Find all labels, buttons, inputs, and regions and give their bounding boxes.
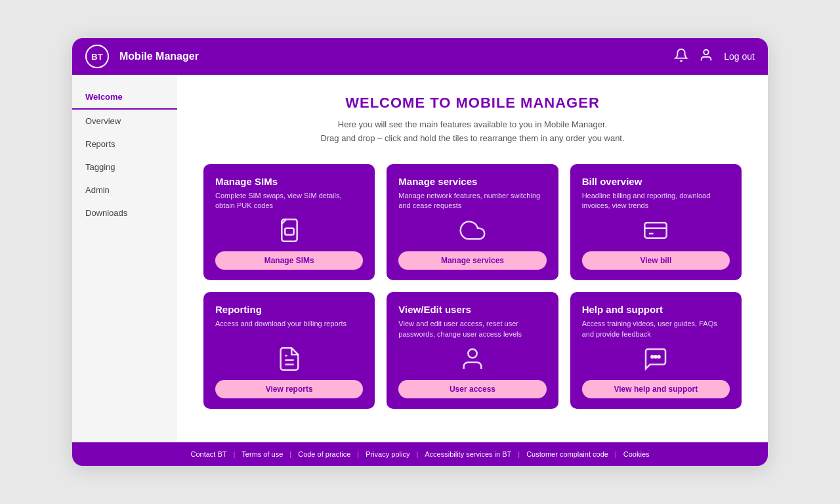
nav-icons: Log out <box>674 48 755 66</box>
sidebar-item-admin[interactable]: Admin <box>72 178 177 201</box>
card-reporting-icon-area <box>215 339 363 380</box>
main-layout: Welcome Overview Reports Tagging Admin D… <box>72 75 768 442</box>
card-manage-sims-icon-area <box>215 211 363 251</box>
card-help-support-desc: Access training videos, user guides, FAQ… <box>582 319 730 339</box>
card-view-edit-users-icon-area <box>398 339 546 380</box>
user-access-button[interactable]: User access <box>398 380 546 398</box>
view-bill-button[interactable]: View bill <box>582 251 730 270</box>
app-title: Mobile Manager <box>119 51 674 62</box>
sim-icon <box>276 217 303 243</box>
card-view-edit-users-desc: View and edit user access, reset user pa… <box>398 319 546 339</box>
cloud-icon <box>459 217 486 243</box>
page-subtitle: Here you will see the main features avai… <box>203 118 742 146</box>
svg-rect-1 <box>282 220 297 242</box>
cards-grid: Manage SIMs Complete SIM swaps, view SIM… <box>203 164 742 410</box>
page-title: WELCOME TO MOBILE MANAGER <box>203 94 742 112</box>
footer-link-accessibility[interactable]: Accessibility services in BT <box>418 450 518 458</box>
card-view-edit-users-title: View/Edit users <box>398 304 546 315</box>
user-group-icon <box>459 346 486 372</box>
logout-button[interactable]: Log out <box>724 51 755 62</box>
sidebar-item-overview[interactable]: Overview <box>72 110 177 133</box>
card-manage-sims-desc: Complete SIM swaps, view SIM details, ob… <box>215 191 363 211</box>
top-nav: BT Mobile Manager Log out <box>72 38 768 75</box>
main-content: WELCOME TO MOBILE MANAGER Here you will … <box>177 75 768 442</box>
card-reporting-desc: Access and download your billing reports <box>215 319 363 339</box>
card-manage-services-icon-area <box>398 211 546 251</box>
user-icon[interactable] <box>699 48 713 66</box>
footer: Contact BT | Terms of use | Code of prac… <box>72 442 768 466</box>
footer-link-contact-bt[interactable]: Contact BT <box>184 450 233 458</box>
chat-icon <box>642 346 669 372</box>
card-manage-sims[interactable]: Manage SIMs Complete SIM swaps, view SIM… <box>203 164 375 281</box>
card-manage-services[interactable]: Manage services Manage network features,… <box>387 164 558 281</box>
card-reporting-title: Reporting <box>215 304 363 315</box>
manage-sims-button[interactable]: Manage SIMs <box>215 251 363 270</box>
view-help-support-button[interactable]: View help and support <box>582 380 730 398</box>
view-reports-button[interactable]: View reports <box>215 380 363 398</box>
card-reporting[interactable]: Reporting Access and download your billi… <box>203 292 375 409</box>
bill-icon <box>642 217 669 243</box>
sidebar-item-downloads[interactable]: Downloads <box>72 201 177 224</box>
card-bill-overview[interactable]: Bill overview Headline billing and repor… <box>570 164 742 281</box>
footer-link-terms[interactable]: Terms of use <box>235 450 289 458</box>
sidebar-item-reports[interactable]: Reports <box>72 133 177 156</box>
svg-point-12 <box>658 356 660 358</box>
footer-link-code-of-practice[interactable]: Code of practice <box>291 450 357 458</box>
footer-link-cookies[interactable]: Cookies <box>617 450 656 458</box>
svg-point-0 <box>704 49 709 54</box>
card-manage-services-title: Manage services <box>398 176 546 187</box>
card-manage-services-desc: Manage network features, number switchin… <box>398 191 546 211</box>
svg-rect-2 <box>285 228 293 235</box>
card-help-support-icon-area <box>582 339 730 380</box>
sidebar-item-welcome[interactable]: Welcome <box>72 85 177 110</box>
svg-point-9 <box>468 349 476 358</box>
browser-frame: BT Mobile Manager Log out Welc <box>72 38 768 466</box>
bell-icon[interactable] <box>674 48 688 66</box>
sidebar-item-tagging[interactable]: Tagging <box>72 156 177 178</box>
card-help-support-title: Help and support <box>582 304 730 315</box>
card-manage-sims-title: Manage SIMs <box>215 176 363 187</box>
footer-link-privacy[interactable]: Privacy policy <box>359 450 416 458</box>
report-icon <box>276 346 303 372</box>
footer-link-complaint[interactable]: Customer complaint code <box>520 450 615 458</box>
svg-rect-3 <box>645 223 667 238</box>
card-bill-overview-desc: Headline billing and reporting, download… <box>582 191 730 211</box>
card-bill-overview-icon-area <box>582 211 730 251</box>
bt-logo: BT <box>85 45 109 68</box>
svg-point-10 <box>652 356 654 358</box>
card-view-edit-users[interactable]: View/Edit users View and edit user acces… <box>387 292 558 409</box>
manage-services-button[interactable]: Manage services <box>398 251 546 270</box>
sidebar: Welcome Overview Reports Tagging Admin D… <box>72 75 177 442</box>
card-help-support[interactable]: Help and support Access training videos,… <box>570 292 742 409</box>
card-bill-overview-title: Bill overview <box>582 176 730 187</box>
svg-point-11 <box>655 356 657 358</box>
